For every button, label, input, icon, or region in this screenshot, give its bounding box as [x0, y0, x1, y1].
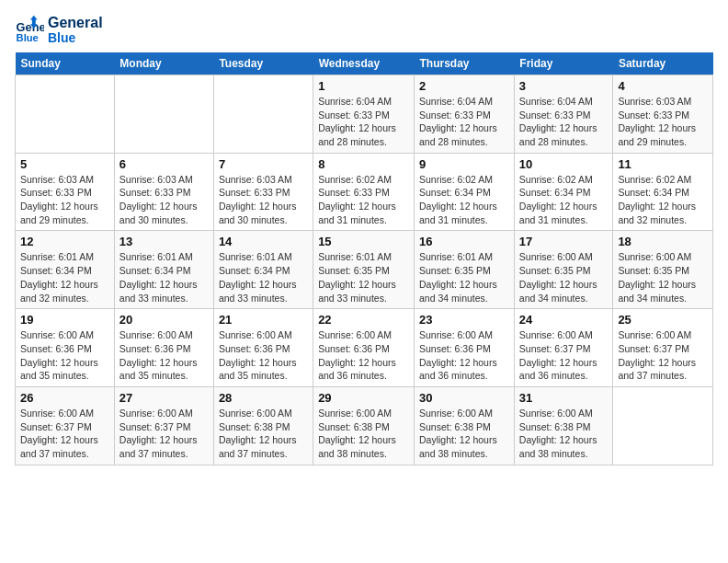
- day-cell: 23Sunrise: 6:00 AM Sunset: 6:36 PM Dayli…: [415, 309, 515, 387]
- day-number: 9: [419, 157, 509, 171]
- day-cell: [16, 75, 115, 153]
- day-number: 20: [119, 313, 209, 327]
- day-info: Sunrise: 6:00 AM Sunset: 6:36 PM Dayligh…: [318, 328, 409, 383]
- day-cell: 26Sunrise: 6:00 AM Sunset: 6:37 PM Dayli…: [16, 386, 115, 465]
- day-cell: [114, 75, 213, 153]
- week-row-1: 1Sunrise: 6:04 AM Sunset: 6:33 PM Daylig…: [16, 75, 713, 153]
- day-cell: 24Sunrise: 6:00 AM Sunset: 6:37 PM Dayli…: [514, 309, 613, 387]
- day-number: 21: [219, 313, 308, 327]
- day-cell: 12Sunrise: 6:01 AM Sunset: 6:34 PM Dayli…: [16, 231, 115, 309]
- day-info: Sunrise: 6:04 AM Sunset: 6:33 PM Dayligh…: [419, 95, 509, 149]
- day-cell: 2Sunrise: 6:04 AM Sunset: 6:33 PM Daylig…: [415, 75, 515, 153]
- day-cell: 25Sunrise: 6:00 AM Sunset: 6:37 PM Dayli…: [613, 309, 713, 387]
- weekday-header-thursday: Thursday: [415, 52, 515, 75]
- day-cell: 4Sunrise: 6:03 AM Sunset: 6:33 PM Daylig…: [613, 75, 713, 153]
- day-info: Sunrise: 6:02 AM Sunset: 6:34 PM Dayligh…: [419, 173, 509, 227]
- day-info: Sunrise: 6:04 AM Sunset: 6:33 PM Dayligh…: [318, 95, 409, 149]
- day-cell: 10Sunrise: 6:02 AM Sunset: 6:34 PM Dayli…: [514, 153, 613, 231]
- day-info: Sunrise: 6:00 AM Sunset: 6:38 PM Dayligh…: [419, 407, 509, 461]
- day-info: Sunrise: 6:00 AM Sunset: 6:35 PM Dayligh…: [618, 250, 708, 304]
- day-number: 19: [20, 313, 109, 327]
- day-cell: 14Sunrise: 6:01 AM Sunset: 6:34 PM Dayli…: [213, 231, 313, 309]
- day-cell: 20Sunrise: 6:00 AM Sunset: 6:36 PM Dayli…: [114, 309, 213, 387]
- day-cell: 6Sunrise: 6:03 AM Sunset: 6:33 PM Daylig…: [114, 153, 213, 231]
- day-info: Sunrise: 6:00 AM Sunset: 6:37 PM Dayligh…: [20, 407, 109, 461]
- day-cell: 31Sunrise: 6:00 AM Sunset: 6:38 PM Dayli…: [514, 386, 613, 465]
- day-number: 28: [219, 391, 308, 405]
- day-cell: 8Sunrise: 6:02 AM Sunset: 6:33 PM Daylig…: [313, 153, 415, 231]
- weekday-header-tuesday: Tuesday: [213, 52, 313, 75]
- day-cell: [213, 75, 313, 153]
- day-cell: 30Sunrise: 6:00 AM Sunset: 6:38 PM Dayli…: [415, 386, 515, 465]
- day-cell: 28Sunrise: 6:00 AM Sunset: 6:38 PM Dayli…: [213, 386, 313, 465]
- weekday-header-row: SundayMondayTuesdayWednesdayThursdayFrid…: [16, 52, 713, 75]
- weekday-header-wednesday: Wednesday: [313, 52, 415, 75]
- day-info: Sunrise: 6:00 AM Sunset: 6:38 PM Dayligh…: [219, 407, 308, 461]
- day-info: Sunrise: 6:00 AM Sunset: 6:36 PM Dayligh…: [419, 328, 509, 383]
- day-number: 14: [219, 235, 308, 248]
- day-number: 6: [119, 157, 209, 171]
- day-cell: 29Sunrise: 6:00 AM Sunset: 6:38 PM Dayli…: [313, 386, 415, 465]
- day-number: 8: [318, 157, 409, 171]
- day-number: 24: [519, 313, 609, 327]
- day-info: Sunrise: 6:03 AM Sunset: 6:33 PM Dayligh…: [219, 173, 308, 227]
- day-cell: [613, 386, 713, 465]
- logo-blue: Blue: [48, 31, 103, 45]
- logo-icon: General Blue: [15, 15, 44, 44]
- day-number: 10: [519, 157, 609, 171]
- weekday-header-saturday: Saturday: [613, 52, 713, 75]
- day-number: 11: [618, 157, 708, 171]
- week-row-4: 19Sunrise: 6:00 AM Sunset: 6:36 PM Dayli…: [16, 309, 713, 387]
- day-cell: 16Sunrise: 6:01 AM Sunset: 6:35 PM Dayli…: [415, 231, 515, 309]
- day-number: 13: [119, 235, 209, 248]
- day-cell: 18Sunrise: 6:00 AM Sunset: 6:35 PM Dayli…: [613, 231, 713, 309]
- header: General Blue General Blue: [15, 15, 713, 45]
- day-cell: 1Sunrise: 6:04 AM Sunset: 6:33 PM Daylig…: [313, 75, 415, 153]
- day-info: Sunrise: 6:01 AM Sunset: 6:34 PM Dayligh…: [20, 250, 109, 304]
- day-number: 27: [119, 391, 209, 405]
- logo-general: General: [48, 15, 103, 31]
- day-cell: 15Sunrise: 6:01 AM Sunset: 6:35 PM Dayli…: [313, 231, 415, 309]
- day-number: 7: [219, 157, 308, 171]
- day-cell: 13Sunrise: 6:01 AM Sunset: 6:34 PM Dayli…: [114, 231, 213, 309]
- day-info: Sunrise: 6:03 AM Sunset: 6:33 PM Dayligh…: [20, 173, 109, 227]
- day-info: Sunrise: 6:02 AM Sunset: 6:34 PM Dayligh…: [519, 173, 609, 227]
- weekday-header-friday: Friday: [514, 52, 613, 75]
- day-cell: 7Sunrise: 6:03 AM Sunset: 6:33 PM Daylig…: [213, 153, 313, 231]
- day-info: Sunrise: 6:00 AM Sunset: 6:36 PM Dayligh…: [219, 328, 308, 383]
- day-info: Sunrise: 6:00 AM Sunset: 6:37 PM Dayligh…: [618, 328, 708, 383]
- day-number: 2: [419, 79, 509, 93]
- week-row-3: 12Sunrise: 6:01 AM Sunset: 6:34 PM Dayli…: [16, 231, 713, 309]
- day-cell: 19Sunrise: 6:00 AM Sunset: 6:36 PM Dayli…: [16, 309, 115, 387]
- day-number: 30: [419, 391, 509, 405]
- day-info: Sunrise: 6:01 AM Sunset: 6:34 PM Dayligh…: [119, 250, 209, 304]
- day-number: 16: [419, 235, 509, 248]
- day-number: 3: [519, 79, 609, 93]
- day-number: 18: [618, 235, 708, 248]
- day-info: Sunrise: 6:00 AM Sunset: 6:37 PM Dayligh…: [119, 407, 209, 461]
- day-number: 15: [318, 235, 409, 248]
- weekday-header-monday: Monday: [114, 52, 213, 75]
- svg-text:Blue: Blue: [17, 32, 39, 43]
- day-cell: 3Sunrise: 6:04 AM Sunset: 6:33 PM Daylig…: [514, 75, 613, 153]
- day-info: Sunrise: 6:00 AM Sunset: 6:37 PM Dayligh…: [519, 328, 609, 383]
- day-number: 22: [318, 313, 409, 327]
- day-info: Sunrise: 6:00 AM Sunset: 6:38 PM Dayligh…: [318, 407, 409, 461]
- day-number: 1: [318, 79, 409, 93]
- calendar-table: SundayMondayTuesdayWednesdayThursdayFrid…: [15, 52, 713, 465]
- day-info: Sunrise: 6:01 AM Sunset: 6:35 PM Dayligh…: [318, 250, 409, 304]
- week-row-2: 5Sunrise: 6:03 AM Sunset: 6:33 PM Daylig…: [16, 153, 713, 231]
- day-info: Sunrise: 6:00 AM Sunset: 6:35 PM Dayligh…: [519, 250, 609, 304]
- day-info: Sunrise: 6:00 AM Sunset: 6:38 PM Dayligh…: [519, 407, 609, 461]
- day-info: Sunrise: 6:03 AM Sunset: 6:33 PM Dayligh…: [618, 95, 708, 149]
- day-cell: 21Sunrise: 6:00 AM Sunset: 6:36 PM Dayli…: [213, 309, 313, 387]
- day-number: 25: [618, 313, 708, 327]
- day-number: 26: [20, 391, 109, 405]
- day-info: Sunrise: 6:04 AM Sunset: 6:33 PM Dayligh…: [519, 95, 609, 149]
- day-number: 12: [20, 235, 109, 248]
- day-info: Sunrise: 6:01 AM Sunset: 6:34 PM Dayligh…: [219, 250, 308, 304]
- day-number: 17: [519, 235, 609, 248]
- week-row-5: 26Sunrise: 6:00 AM Sunset: 6:37 PM Dayli…: [16, 386, 713, 465]
- day-cell: 5Sunrise: 6:03 AM Sunset: 6:33 PM Daylig…: [16, 153, 115, 231]
- day-cell: 22Sunrise: 6:00 AM Sunset: 6:36 PM Dayli…: [313, 309, 415, 387]
